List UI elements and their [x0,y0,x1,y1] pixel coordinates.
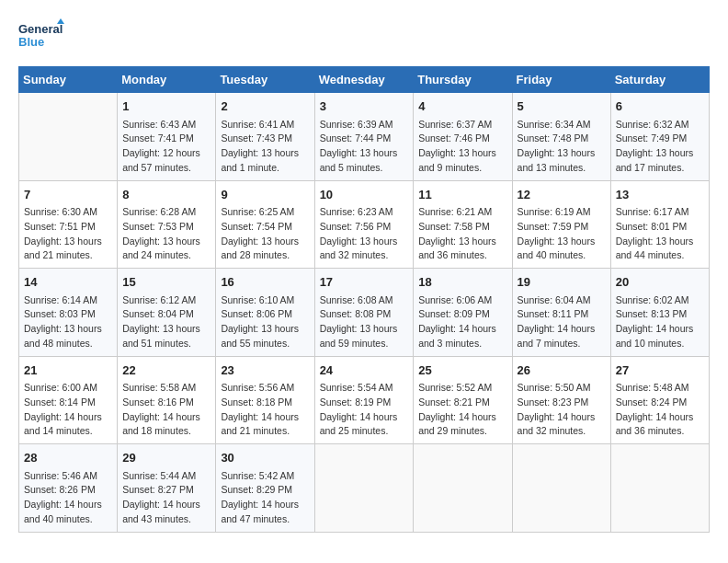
calendar-cell: 11Sunrise: 6:21 AMSunset: 7:58 PMDayligh… [414,180,512,269]
day-info: Sunrise: 6:04 AMSunset: 8:11 PMDaylight:… [518,293,606,351]
calendar-cell: 26Sunrise: 5:50 AMSunset: 8:23 PMDayligh… [512,356,610,444]
day-info: Sunrise: 5:48 AMSunset: 8:24 PMDaylight:… [616,381,704,439]
svg-text:Blue: Blue [18,35,44,49]
header-monday: Monday [118,67,216,93]
day-info: Sunrise: 6:23 AMSunset: 7:56 PMDaylight:… [320,205,409,263]
calendar-cell: 9Sunrise: 6:25 AMSunset: 7:54 PMDaylight… [216,180,314,269]
day-number: 23 [221,362,309,380]
day-info: Sunrise: 5:42 AMSunset: 8:29 PMDaylight:… [221,469,309,527]
day-number: 9 [221,186,309,204]
day-info: Sunrise: 6:02 AMSunset: 8:13 PMDaylight:… [616,293,704,351]
calendar-cell: 13Sunrise: 6:17 AMSunset: 8:01 PMDayligh… [610,180,709,269]
calendar-cell [19,93,118,181]
calendar-cell: 28Sunrise: 5:46 AMSunset: 8:26 PMDayligh… [19,444,118,533]
logo-svg: General Blue [18,18,64,57]
day-number: 10 [320,186,409,204]
logo: General Blue [18,18,64,57]
day-info: Sunrise: 5:44 AMSunset: 8:27 PMDaylight:… [122,469,210,527]
calendar-cell: 7Sunrise: 6:30 AMSunset: 7:51 PMDaylight… [19,180,118,269]
calendar-cell: 1Sunrise: 6:43 AMSunset: 7:41 PMDaylight… [118,93,216,181]
day-info: Sunrise: 5:46 AMSunset: 8:26 PMDaylight:… [24,469,112,527]
svg-marker-2 [57,18,64,24]
day-info: Sunrise: 6:39 AMSunset: 7:44 PMDaylight:… [320,118,409,176]
day-number: 24 [320,362,409,380]
calendar-cell: 25Sunrise: 5:52 AMSunset: 8:21 PMDayligh… [414,356,512,444]
calendar-cell: 6Sunrise: 6:32 AMSunset: 7:49 PMDaylight… [610,93,709,181]
calendar-week-row: 1Sunrise: 6:43 AMSunset: 7:41 PMDaylight… [19,93,710,181]
calendar-table: SundayMondayTuesdayWednesdayThursdayFrid… [18,66,710,533]
calendar-cell: 16Sunrise: 6:10 AMSunset: 8:06 PMDayligh… [216,269,314,357]
day-number: 5 [518,98,606,116]
day-number: 26 [518,362,606,380]
day-number: 3 [320,98,409,116]
day-number: 28 [24,449,112,467]
calendar-week-row: 7Sunrise: 6:30 AMSunset: 7:51 PMDaylight… [19,180,710,269]
calendar-cell: 22Sunrise: 5:58 AMSunset: 8:16 PMDayligh… [118,356,216,444]
page-header: General Blue [18,18,710,57]
calendar-cell: 5Sunrise: 6:34 AMSunset: 7:48 PMDaylight… [512,93,610,181]
day-number: 6 [616,98,704,116]
day-info: Sunrise: 6:30 AMSunset: 7:51 PMDaylight:… [24,205,112,263]
day-number: 7 [24,186,112,204]
day-number: 30 [221,449,309,467]
calendar-cell [512,444,610,533]
day-info: Sunrise: 6:17 AMSunset: 8:01 PMDaylight:… [616,205,704,263]
day-info: Sunrise: 6:25 AMSunset: 7:54 PMDaylight:… [221,205,309,263]
day-info: Sunrise: 5:54 AMSunset: 8:19 PMDaylight:… [320,381,409,439]
calendar-cell [414,444,512,533]
calendar-cell: 20Sunrise: 6:02 AMSunset: 8:13 PMDayligh… [610,269,709,357]
day-number: 25 [418,362,506,380]
day-number: 29 [122,449,210,467]
calendar-cell: 21Sunrise: 6:00 AMSunset: 8:14 PMDayligh… [19,356,118,444]
day-info: Sunrise: 5:52 AMSunset: 8:21 PMDaylight:… [418,381,506,439]
calendar-week-row: 28Sunrise: 5:46 AMSunset: 8:26 PMDayligh… [19,444,710,533]
day-number: 20 [616,273,704,292]
day-info: Sunrise: 6:32 AMSunset: 7:49 PMDaylight:… [616,118,704,176]
day-number: 11 [418,186,506,204]
day-info: Sunrise: 6:14 AMSunset: 8:03 PMDaylight:… [24,293,112,351]
day-info: Sunrise: 6:08 AMSunset: 8:08 PMDaylight:… [320,293,409,351]
day-info: Sunrise: 6:41 AMSunset: 7:43 PMDaylight:… [221,118,309,176]
header-thursday: Thursday [414,67,512,93]
day-number: 15 [122,273,210,292]
header-sunday: Sunday [19,67,118,93]
day-info: Sunrise: 6:43 AMSunset: 7:41 PMDaylight:… [122,118,210,176]
calendar-week-row: 14Sunrise: 6:14 AMSunset: 8:03 PMDayligh… [19,269,710,357]
calendar-cell: 15Sunrise: 6:12 AMSunset: 8:04 PMDayligh… [118,269,216,357]
day-number: 22 [122,362,210,380]
day-info: Sunrise: 6:21 AMSunset: 7:58 PMDaylight:… [418,205,506,263]
day-info: Sunrise: 6:28 AMSunset: 7:53 PMDaylight:… [122,205,210,263]
calendar-cell: 23Sunrise: 5:56 AMSunset: 8:18 PMDayligh… [216,356,314,444]
day-info: Sunrise: 6:10 AMSunset: 8:06 PMDaylight:… [221,293,309,351]
day-info: Sunrise: 6:00 AMSunset: 8:14 PMDaylight:… [24,381,112,439]
calendar-cell: 29Sunrise: 5:44 AMSunset: 8:27 PMDayligh… [118,444,216,533]
day-number: 1 [122,98,210,116]
calendar-cell: 4Sunrise: 6:37 AMSunset: 7:46 PMDaylight… [414,93,512,181]
day-info: Sunrise: 5:56 AMSunset: 8:18 PMDaylight:… [221,381,309,439]
day-number: 17 [320,273,409,292]
header-tuesday: Tuesday [216,67,314,93]
day-number: 21 [24,362,112,380]
day-number: 27 [616,362,704,380]
calendar-cell [314,444,414,533]
calendar-cell: 19Sunrise: 6:04 AMSunset: 8:11 PMDayligh… [512,269,610,357]
calendar-cell: 8Sunrise: 6:28 AMSunset: 7:53 PMDaylight… [118,180,216,269]
calendar-cell: 10Sunrise: 6:23 AMSunset: 7:56 PMDayligh… [314,180,414,269]
day-number: 8 [122,186,210,204]
day-info: Sunrise: 5:50 AMSunset: 8:23 PMDaylight:… [518,381,606,439]
day-number: 19 [518,273,606,292]
calendar-cell: 2Sunrise: 6:41 AMSunset: 7:43 PMDaylight… [216,93,314,181]
header-wednesday: Wednesday [314,67,414,93]
day-info: Sunrise: 5:58 AMSunset: 8:16 PMDaylight:… [122,381,210,439]
calendar-cell: 14Sunrise: 6:14 AMSunset: 8:03 PMDayligh… [19,269,118,357]
day-number: 14 [24,273,112,292]
header-friday: Friday [512,67,610,93]
day-number: 13 [616,186,704,204]
calendar-cell: 30Sunrise: 5:42 AMSunset: 8:29 PMDayligh… [216,444,314,533]
day-number: 2 [221,98,309,116]
calendar-cell: 27Sunrise: 5:48 AMSunset: 8:24 PMDayligh… [610,356,709,444]
day-number: 4 [418,98,506,116]
svg-text:General: General [18,22,63,36]
day-number: 12 [518,186,606,204]
calendar-cell [610,444,709,533]
